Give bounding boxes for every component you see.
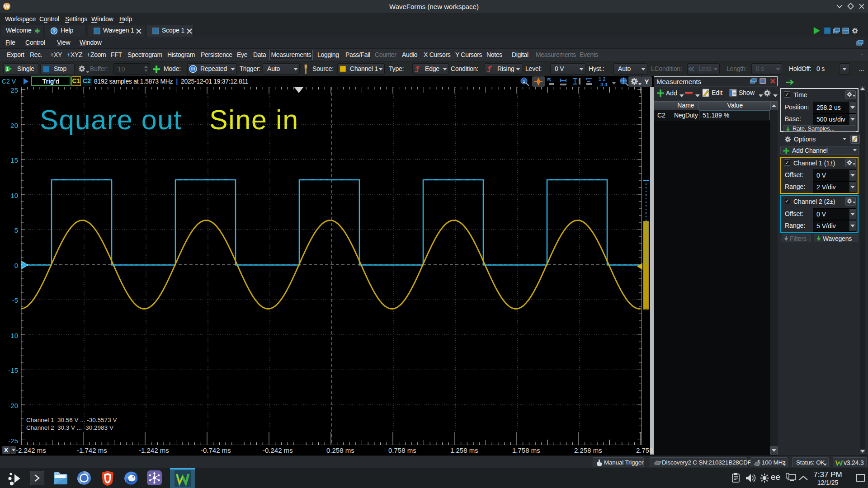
svg-text:1: 1: [6, 66, 9, 72]
svg-text:1 2: 1 2: [599, 76, 605, 82]
svg-text:3 4: 3 4: [600, 82, 608, 87]
svg-text:?: ?: [52, 28, 56, 34]
svg-text:1: 1: [523, 79, 525, 84]
